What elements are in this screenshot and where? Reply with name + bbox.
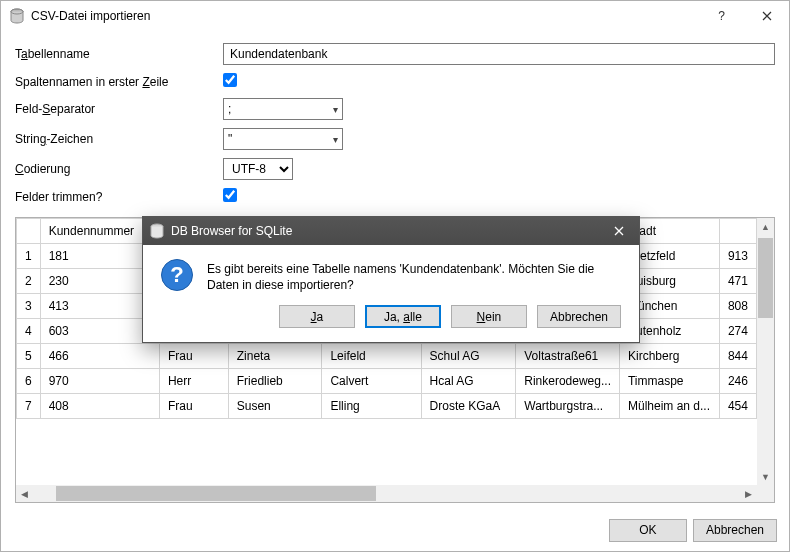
scroll-thumb[interactable] [758,238,773,318]
table-cell[interactable]: 913 [719,244,756,269]
table-cell[interactable]: Wartburgstra... [516,394,620,419]
trim-checkbox[interactable] [223,188,237,202]
table-cell[interactable]: Voltastraße61 [516,344,620,369]
tablename-input[interactable] [223,43,775,65]
yes-button[interactable]: Ja [279,305,355,328]
table-cell[interactable]: Frau [159,394,228,419]
no-button[interactable]: Nein [451,305,527,328]
quote-value: " [228,132,232,146]
table-cell[interactable]: Friedlieb [228,369,322,394]
table-cell[interactable]: 274 [719,319,756,344]
table-cell[interactable]: 808 [719,294,756,319]
scroll-corner [757,485,774,502]
confirm-close-button[interactable] [599,217,639,245]
table-cell[interactable]: 844 [719,344,756,369]
close-icon [762,11,772,21]
ok-button[interactable]: OK [609,519,687,542]
scroll-thumb[interactable] [56,486,376,501]
cancel-button[interactable]: Abbrechen [693,519,777,542]
table-cell[interactable]: Schul AG [421,344,516,369]
table-cell[interactable]: 471 [719,269,756,294]
firstrow-label: Spaltennamen in erster Zeile [15,75,215,89]
table-cell[interactable]: Mülheim an d... [619,394,719,419]
table-cell[interactable]: Droste KGaA [421,394,516,419]
quote-label: String-Zeichen [15,132,215,146]
confirm-dialog: DB Browser for SQLite ? Es gibt bereits … [142,216,640,343]
table-cell[interactable]: Timmaspe [619,369,719,394]
scroll-down-icon[interactable]: ▼ [757,468,774,485]
close-button[interactable] [744,1,789,31]
table-cell[interactable]: 454 [719,394,756,419]
horizontal-scrollbar[interactable]: ◀ ▶ [16,485,757,502]
table-cell[interactable]: Susen [228,394,322,419]
firstrow-checkbox[interactable] [223,73,237,87]
encoding-label: Codierung [15,162,215,176]
table-row[interactable]: 6970HerrFriedliebCalvertHcal AGRinkerode… [17,369,757,394]
table-cell[interactable]: 408 [40,394,159,419]
table-cell[interactable]: 246 [719,369,756,394]
yes-all-button[interactable]: Ja, alle [365,305,441,328]
separator-combo[interactable]: ;▾ [223,98,343,120]
scroll-left-icon[interactable]: ◀ [16,485,33,502]
question-icon: ? [161,259,193,291]
row-number: 5 [17,344,41,369]
encoding-select[interactable]: UTF-8 [223,158,293,180]
confirm-buttons: Ja Ja, alle Nein Abbrechen [143,301,639,342]
confirm-title: DB Browser for SQLite [171,224,599,238]
scroll-right-icon[interactable]: ▶ [740,485,757,502]
table-row[interactable]: 7408FrauSusenEllingDroste KGaAWartburgst… [17,394,757,419]
close-icon [614,226,624,236]
table-cell[interactable]: Herr [159,369,228,394]
trim-label: Felder trimmen? [15,190,215,204]
table-cell[interactable]: Kirchberg [619,344,719,369]
separator-value: ; [228,102,231,116]
row-number: 2 [17,269,41,294]
help-button[interactable]: ? [699,1,744,31]
row-number: 3 [17,294,41,319]
table-cell[interactable]: Elling [322,394,421,419]
database-icon [9,8,25,24]
table-corner [17,219,41,244]
row-number: 1 [17,244,41,269]
row-number: 6 [17,369,41,394]
tablename-label: Tabellenname [15,47,215,61]
confirm-titlebar: DB Browser for SQLite [143,217,639,245]
confirm-message: Es gibt bereits eine Tabelle namens 'Kun… [207,259,621,293]
table-cell[interactable]: Hcal AG [421,369,516,394]
separator-label: Feld-Separator [15,102,215,116]
table-cell[interactable]: 970 [40,369,159,394]
vertical-scrollbar[interactable]: ▲ ▼ [757,218,774,485]
dialog-footer: OK Abbrechen [1,509,789,551]
import-form: Tabellenname Spaltennamen in erster Zeil… [1,31,789,211]
table-row[interactable]: 5466FrauZinetaLeifeldSchul AGVoltastraße… [17,344,757,369]
row-number: 7 [17,394,41,419]
table-cell[interactable]: Rinkerodeweg... [516,369,620,394]
abort-button[interactable]: Abbrechen [537,305,621,328]
scroll-up-icon[interactable]: ▲ [757,218,774,235]
database-icon [149,223,165,239]
row-number: 4 [17,319,41,344]
table-cell[interactable]: Frau [159,344,228,369]
window-title: CSV-Datei importieren [31,9,699,23]
chevron-down-icon: ▾ [333,104,338,115]
col-header[interactable] [719,219,756,244]
table-cell[interactable]: Calvert [322,369,421,394]
titlebar: CSV-Datei importieren ? [1,1,789,31]
quote-combo[interactable]: "▾ [223,128,343,150]
table-cell[interactable]: 466 [40,344,159,369]
chevron-down-icon: ▾ [333,134,338,145]
table-cell[interactable]: Leifeld [322,344,421,369]
table-cell[interactable]: Zineta [228,344,322,369]
